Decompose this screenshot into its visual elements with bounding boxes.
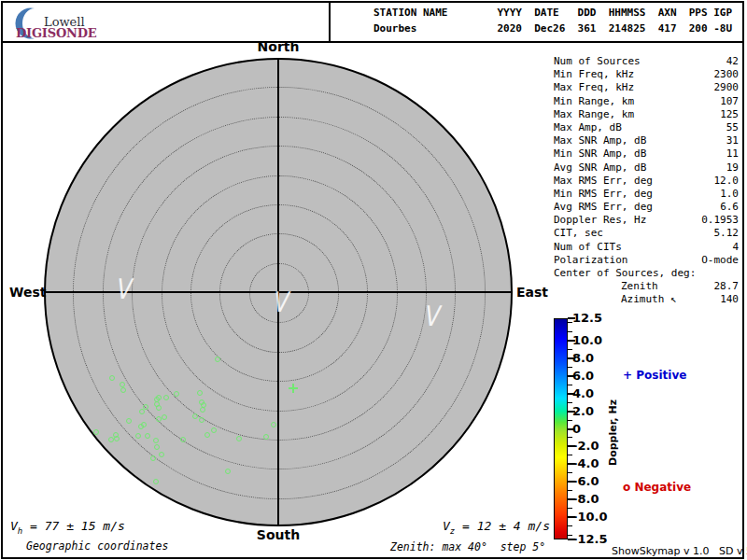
source-marker-negative [109, 375, 115, 381]
stat-row: Azimuth ↖140 [554, 293, 739, 306]
stat-value: 1.0 [720, 188, 739, 201]
v-glyph: V [272, 288, 287, 316]
vz-value: = 12 ± 4 m/s [455, 519, 550, 533]
source-marker-negative [263, 434, 269, 440]
stat-row: Max Amp, dB55 [554, 121, 739, 134]
source-marker-negative [153, 438, 159, 443]
stat-row: Zenith28.7 [554, 280, 739, 293]
stat-label: Min RMS Err, deg [554, 188, 653, 201]
showskymap-window: Lowell DIGISONDE STATION NAME YYYY DATE … [0, 0, 747, 560]
colorbar-minor-tick [568, 525, 572, 526]
source-marker-negative [139, 409, 145, 414]
doppler-colorbar [554, 318, 568, 539]
stat-row: Min SNR Amp, dB11 [554, 147, 739, 161]
source-marker-negative [236, 436, 242, 441]
stat-value: 11 [726, 147, 739, 161]
colorbar-tick-label: -2.0 [572, 439, 599, 453]
colorbar-tick-label: 4.0 [572, 386, 594, 400]
colorbar-tick-label: 0 [572, 422, 581, 436]
version-credit: ShowSkymap v 1.0 SD v 5.1 [612, 545, 747, 557]
stat-label: Max Freq, kHz [554, 81, 634, 94]
colorbar-minor-tick [568, 437, 572, 438]
colorbar-tick-label: -8.0 [572, 492, 599, 506]
header-column-labels: STATION NAME YYYY DATE DDD HHMMSS AXN PP… [374, 7, 732, 19]
stat-value: 2300 [714, 68, 740, 81]
stat-row: Min RMS Err, deg1.0 [554, 188, 739, 201]
stat-label: Num of Sources [554, 55, 641, 68]
colorbar-minor-tick [568, 385, 572, 385]
stat-row: Avg RMS Err, deg6.6 [554, 201, 739, 214]
stat-value: 140 [720, 293, 739, 306]
source-marker-negative [162, 414, 167, 420]
colorbar-minor-tick [568, 331, 572, 332]
stat-row: Center of Sources, deg: [554, 267, 739, 280]
stat-label: Min Freq, kHz [554, 68, 634, 81]
source-marker-negative [150, 455, 156, 461]
source-marker-negative [156, 405, 162, 411]
stat-row: Max RMS Err, deg12.0 [554, 175, 739, 188]
source-marker-negative [211, 427, 217, 433]
colorbar-tick-label: -12.5 [572, 532, 607, 546]
horizontal-velocity-label: Vh = 77 ± 15 m/s [10, 519, 125, 536]
stat-label: Polarization [554, 254, 627, 267]
zenith-scale-note: Zenith: max 40° step 5° [390, 540, 545, 553]
source-marker-negative [192, 413, 198, 419]
source-marker-negative [271, 422, 276, 427]
vh-value: = 77 ± 15 m/s [22, 519, 125, 533]
stat-value: 2900 [714, 81, 740, 94]
stat-label: Max RMS Err, deg [554, 175, 653, 188]
source-marker-negative [108, 437, 114, 442]
stat-label: Azimuth ↖ [554, 293, 677, 306]
header-divider [329, 1, 331, 41]
colorbar-tick-label: 8.0 [572, 351, 594, 365]
vh-symbol: V [10, 519, 18, 533]
stat-row: Avg SNR Amp, dB19 [554, 161, 739, 175]
stat-label: Center of Sources, deg: [554, 267, 696, 280]
source-marker-negative [145, 433, 150, 439]
colorbar-minor-tick [568, 490, 572, 491]
colorbar-tick-label: 2.0 [572, 404, 594, 418]
stat-value: 31 [726, 134, 739, 147]
colorbar-tick-label: -4.0 [572, 456, 599, 470]
source-marker-positive [289, 384, 298, 393]
compass-south-label: South [257, 527, 300, 542]
source-marker-negative [93, 429, 99, 435]
stat-label: Avg RMS Err, deg [554, 201, 653, 214]
stat-label: Max SNR Amp, dB [554, 134, 646, 147]
source-marker-negative [154, 444, 160, 450]
colorbar-minor-tick [568, 367, 572, 368]
logo-digisonde: DIGISONDE [16, 26, 97, 40]
colorbar-minor-tick [568, 508, 572, 509]
source-marker-negative [153, 479, 159, 484]
colorbar-tick-label: 6.0 [572, 369, 594, 383]
stat-value: 125 [720, 108, 739, 121]
stat-label: Zenith [554, 280, 658, 293]
vertical-velocity-label: Vz = 12 ± 4 m/s [443, 519, 550, 536]
stat-value: 55 [726, 121, 739, 134]
stat-value: 107 [720, 95, 739, 108]
stat-label: CIT, sec [554, 227, 603, 240]
coordinates-note: Geographic coordinates [26, 539, 168, 553]
source-marker-negative [126, 418, 132, 424]
colorbar-minor-tick [568, 455, 572, 455]
stat-label: Min Range, km [554, 95, 634, 108]
colorbar-minor-tick [568, 535, 572, 536]
stat-row: Num of CITs4 [554, 241, 739, 254]
header-separator [1, 41, 742, 43]
stat-label: Doppler Res, Hz [554, 214, 646, 227]
stat-row: Max Freq, kHz2900 [554, 81, 739, 94]
colorbar-minor-tick [568, 402, 572, 403]
source-marker-negative [200, 407, 205, 413]
stat-row: PolarizationO-mode [554, 254, 739, 267]
legend-positive: + Positive [623, 369, 686, 382]
source-marker-negative [215, 357, 220, 362]
source-marker-negative [120, 387, 126, 393]
stat-value: O-mode [701, 254, 739, 267]
v-glyph: V [423, 302, 438, 330]
source-marker-negative [199, 417, 204, 423]
compass-east-label: East [516, 285, 548, 300]
legend-negative: o Negative [623, 481, 691, 494]
stat-row: Min Range, km107 [554, 95, 739, 108]
source-marker-negative [156, 416, 162, 422]
stat-value: 5.12 [714, 227, 740, 240]
